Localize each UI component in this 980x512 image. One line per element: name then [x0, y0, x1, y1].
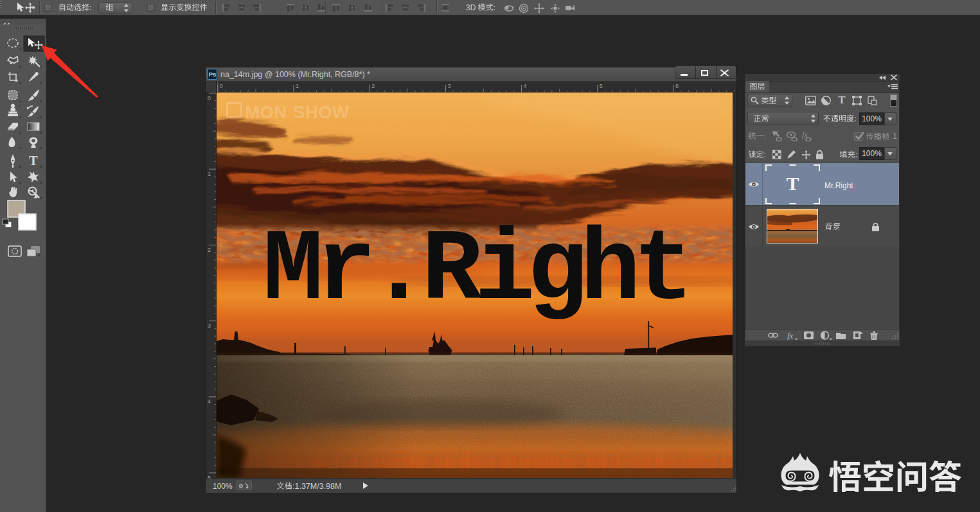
svg-text:1: 1 [296, 83, 299, 89]
svg-text:T: T [29, 154, 38, 168]
svg-text:3: 3 [208, 322, 211, 329]
svg-text:5: 5 [600, 83, 603, 89]
svg-text:fx: fx [787, 331, 794, 340]
svg-text:2: 2 [208, 247, 211, 253]
svg-text:0: 0 [208, 95, 211, 102]
svg-text:4: 4 [524, 83, 527, 89]
svg-text:1: 1 [208, 171, 211, 177]
svg-text:2: 2 [371, 83, 375, 89]
svg-text:6: 6 [675, 83, 679, 89]
svg-text:3: 3 [447, 83, 450, 89]
svg-text:4: 4 [208, 398, 211, 405]
svg-text:0: 0 [220, 83, 223, 89]
